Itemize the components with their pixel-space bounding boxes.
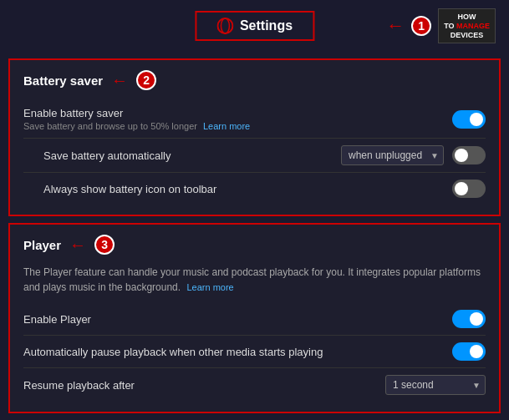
annotation-2: 2	[136, 70, 156, 90]
save-battery-auto-controls: when unplugged always never ▼	[341, 145, 486, 165]
battery-section-header: Battery saver ← 2	[23, 70, 486, 90]
show-battery-icon-toggle-area	[452, 180, 486, 198]
brand-logo: HOW TO MANAGE DEVICES	[438, 8, 496, 43]
show-battery-icon-label: Always show battery icon on toolbar	[43, 183, 452, 195]
when-unplugged-dropdown-wrapper: when unplugged always never ▼	[341, 145, 444, 165]
page-title: Settings	[240, 18, 293, 33]
player-learn-more-link[interactable]: Learn more	[186, 282, 233, 292]
save-battery-auto-row: Save battery automatically when unplugge…	[23, 138, 486, 172]
svg-point-1	[221, 18, 229, 33]
enable-battery-row: Enable battery saver Save battery and br…	[23, 100, 486, 138]
auto-pause-row: Automatically pause playback when other …	[23, 335, 486, 367]
player-arrow: ←	[69, 235, 86, 255]
save-battery-auto-label-group: Save battery automatically	[43, 149, 341, 162]
header-right: ← 1 HOW TO MANAGE DEVICES	[386, 8, 496, 43]
auto-pause-toggle-area	[452, 342, 486, 361]
resume-playback-label-group: Resume playback after	[23, 379, 385, 392]
enable-player-toggle-area	[452, 310, 486, 328]
header: Settings ← 1 HOW TO MANAGE DEVICES	[0, 0, 509, 52]
show-battery-icon-label-group: Always show battery icon on toolbar	[43, 183, 452, 195]
enable-player-label-group: Enable Player	[23, 313, 452, 326]
auto-pause-label-group: Automatically pause playback when other …	[23, 346, 452, 358]
enable-player-label: Enable Player	[23, 313, 452, 326]
arrow-right: ←	[386, 15, 405, 37]
player-section-header: Player ← 3	[23, 235, 486, 255]
annotation-1: 1	[411, 16, 431, 36]
resume-playback-row: Resume playback after 1 second 3 seconds…	[23, 367, 486, 402]
annotation-3: 3	[94, 235, 115, 255]
enable-battery-toggle[interactable]	[452, 110, 486, 129]
battery-section-title: Battery saver	[23, 73, 103, 88]
resume-playback-controls: 1 second 3 seconds 5 seconds 10 seconds …	[385, 375, 486, 395]
opera-icon	[216, 18, 233, 34]
settings-title-box: Settings	[195, 11, 314, 41]
enable-battery-label-group: Enable battery saver Save battery and br…	[23, 107, 452, 131]
svg-point-0	[217, 18, 232, 33]
player-description: The Player feature can handle your music…	[23, 265, 486, 295]
enable-player-row: Enable Player	[23, 303, 486, 335]
player-section: Player ← 3 The Player feature can handle…	[8, 223, 501, 413]
battery-arrow: ←	[111, 71, 128, 90]
resume-playback-label: Resume playback after	[23, 379, 385, 392]
show-battery-icon-toggle[interactable]	[452, 180, 486, 198]
auto-pause-toggle[interactable]	[452, 342, 486, 361]
enable-player-toggle[interactable]	[452, 310, 486, 328]
resume-dropdown[interactable]: 1 second 3 seconds 5 seconds 10 seconds	[385, 375, 486, 395]
battery-learn-more-link[interactable]: Learn more	[203, 121, 250, 131]
save-battery-auto-label: Save battery automatically	[43, 149, 341, 162]
enable-battery-label: Enable battery saver	[23, 107, 452, 119]
auto-pause-label: Automatically pause playback when other …	[23, 346, 452, 358]
enable-battery-toggle-area	[452, 110, 486, 129]
show-battery-icon-row: Always show battery icon on toolbar	[23, 172, 486, 205]
save-battery-auto-toggle[interactable]	[452, 146, 486, 164]
resume-dropdown-wrapper: 1 second 3 seconds 5 seconds 10 seconds …	[385, 375, 486, 395]
battery-saver-section: Battery saver ← 2 Enable battery saver S…	[8, 58, 501, 216]
when-unplugged-dropdown[interactable]: when unplugged always never	[341, 145, 444, 165]
enable-battery-sublabel: Save battery and browse up to 50% longer…	[23, 121, 452, 131]
player-section-title: Player	[23, 238, 61, 252]
